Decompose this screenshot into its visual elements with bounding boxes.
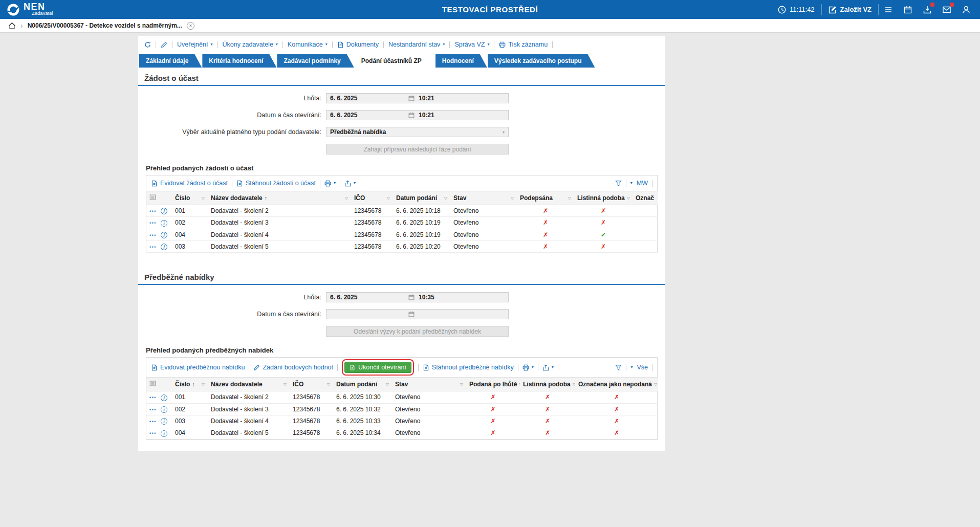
lhuta-datetime-field[interactable]: 6. 6. 2025 10:35 xyxy=(326,292,509,302)
column-header-listinna[interactable]: Listinná podoba▽ xyxy=(574,191,633,205)
print-button[interactable]: ▾ xyxy=(522,364,534,371)
home-icon[interactable] xyxy=(8,22,16,30)
messages-icon[interactable] xyxy=(937,0,956,19)
table-row[interactable]: •••i 001 Dodavatel - školení 2 12345678 … xyxy=(146,391,658,403)
view-dropdown-icon[interactable]: ▾ xyxy=(630,365,633,369)
calendar-icon[interactable] xyxy=(898,0,918,19)
row-menu-icon[interactable]: ••• xyxy=(149,245,157,250)
info-icon[interactable]: i xyxy=(161,394,167,401)
filter-icon[interactable] xyxy=(615,180,622,187)
table-row[interactable]: •••i 002 Dodavatel - školení 3 12345678 … xyxy=(146,403,658,415)
filter-chevron-icon[interactable]: ▽ xyxy=(386,382,389,387)
zadani-bodovych-hodnot-button[interactable]: Zadání bodových hodnot xyxy=(253,364,333,371)
stahnout-zadosti-button[interactable]: Stáhnout žádosti o účast xyxy=(236,180,316,187)
column-header-select[interactable] xyxy=(146,378,172,391)
column-header-ico[interactable]: IČO▽ xyxy=(290,378,333,391)
export-button[interactable]: ▾ xyxy=(542,364,554,371)
filter-chevron-icon[interactable]: ▽ xyxy=(202,382,205,387)
info-icon[interactable]: i xyxy=(161,430,167,437)
info-icon[interactable]: i xyxy=(161,208,167,214)
column-header-cislo[interactable]: Číslo↑▽ xyxy=(172,378,208,391)
info-icon[interactable]: i xyxy=(161,244,167,250)
column-header-nepodana[interactable]: Označena jako nepodaná▽ xyxy=(575,378,658,391)
ukoncit-otevirani-button[interactable]: Ukončit otevírání xyxy=(344,362,411,373)
column-header-stav[interactable]: Stav▽ xyxy=(450,191,517,205)
filter-chevron-icon[interactable]: ▽ xyxy=(284,382,287,387)
tab-zakladni-udaje[interactable]: Základní údaje xyxy=(139,54,202,68)
column-header-nazev[interactable]: Název dodavatele↑▽ xyxy=(208,191,351,205)
nen-logo[interactable]: NEN Zadavatel xyxy=(7,3,53,16)
column-header-cislo[interactable]: Číslo▽ xyxy=(172,191,208,205)
row-menu-icon[interactable]: ••• xyxy=(149,232,157,237)
table-row[interactable]: •••i 002 Dodavatel - školení 3 12345678 … xyxy=(146,217,658,229)
info-icon[interactable]: i xyxy=(161,220,167,227)
print-button[interactable]: ▾ xyxy=(324,180,336,187)
calendar-icon[interactable] xyxy=(408,95,415,101)
tab-kriteria-hodnoceni[interactable]: Kritéria hodnocení xyxy=(202,54,276,68)
zalozit-vz-button[interactable]: Založit VZ xyxy=(822,6,878,14)
column-header-podepsana[interactable]: Podepsána▽ xyxy=(517,191,574,205)
otevirani-datetime-field[interactable]: 6. 6. 2025 10:21 xyxy=(326,110,509,120)
table-row[interactable]: •••i 004 Dodavatel - školení 4 12345678 … xyxy=(146,229,658,240)
column-header-oznacena[interactable]: Označ xyxy=(633,191,658,205)
otevirani-datetime-field[interactable] xyxy=(326,309,509,319)
filter-chevron-icon[interactable]: ▽ xyxy=(511,196,514,201)
calendar-icon[interactable] xyxy=(408,112,415,118)
row-menu-icon[interactable]: ••• xyxy=(149,395,157,400)
table-row[interactable]: •••i 003 Dodavatel - školení 5 12345678 … xyxy=(146,240,658,252)
view-selector[interactable]: Vše xyxy=(637,364,648,371)
table-row[interactable]: •••i 004 Dodavatel - školení 5 12345678 … xyxy=(146,427,658,439)
table-row[interactable]: •••i 003 Dodavatel - školení 4 12345678 … xyxy=(146,415,658,427)
evidovat-nabidku-button[interactable]: Evidovat předběžnou nabídku xyxy=(151,364,245,371)
column-header-datum[interactable]: Datum podání▽ xyxy=(393,191,450,205)
row-menu-icon[interactable]: ••• xyxy=(149,431,157,436)
close-record-icon[interactable]: × xyxy=(187,22,194,30)
calendar-icon[interactable] xyxy=(408,294,415,300)
column-header-ico[interactable]: IČO▽ xyxy=(351,191,393,205)
filter-chevron-icon[interactable]: ▽ xyxy=(654,382,657,387)
menu-ukony-zadavatele[interactable]: Úkony zadavatele▾ xyxy=(222,41,277,48)
column-header-po-lhute[interactable]: Podaná po lhůtě▽ xyxy=(466,378,520,391)
info-icon[interactable]: i xyxy=(161,406,167,413)
table-row[interactable]: •••i 001 Dodavatel - školení 2 12345678 … xyxy=(146,205,658,217)
menu-dokumenty[interactable]: Dokumenty xyxy=(337,41,379,48)
column-header-stav[interactable]: Stav▽ xyxy=(392,378,466,391)
export-button[interactable]: ▾ xyxy=(344,180,356,187)
tisk-zaznamu-button[interactable]: Tisk záznamu xyxy=(499,41,548,48)
row-menu-icon[interactable]: ••• xyxy=(149,419,157,424)
filter-icon[interactable] xyxy=(615,364,622,371)
tab-zadavaci-podminky[interactable]: Zadávací podmínky xyxy=(277,54,354,68)
column-header-listinna[interactable]: Listinná podoba▽ xyxy=(520,378,575,391)
odeslani-vyzvy-button[interactable]: Odeslání výzvy k podání předběžných nabí… xyxy=(326,326,509,337)
filter-chevron-icon[interactable]: ▽ xyxy=(568,196,571,201)
view-dropdown-icon[interactable]: ▾ xyxy=(630,181,633,185)
column-header-datum[interactable]: Datum podání▽ xyxy=(333,378,392,391)
stahnout-nabidky-button[interactable]: Stáhnout předběžné nabídky xyxy=(423,364,514,371)
row-menu-icon[interactable]: ••• xyxy=(149,221,157,226)
downloads-icon[interactable] xyxy=(918,0,937,19)
tab-hodnoceni[interactable]: Hodnocení xyxy=(435,54,487,68)
breadcrumb-record[interactable]: N006/25/V00005367 - Detekce vozidel s na… xyxy=(28,22,182,29)
menu-nestandardni-stav[interactable]: Nestandardní stav▾ xyxy=(388,41,445,48)
row-menu-icon[interactable]: ••• xyxy=(149,209,157,214)
tab-podani-ucastniku-zp[interactable]: Podání účastníků ZP xyxy=(355,54,435,68)
column-header-nazev[interactable]: Název dodavatele▽ xyxy=(208,378,290,391)
menu-sprava-vz[interactable]: Správa VZ▾ xyxy=(454,41,489,48)
info-icon[interactable]: i xyxy=(161,418,167,425)
evidovat-zadost-button[interactable]: Evidovat žádost o účast xyxy=(151,180,228,187)
column-header-select[interactable] xyxy=(146,191,172,205)
typ-podani-select[interactable]: Předběžná nabídka ▾ xyxy=(326,127,509,137)
zahajit-pripravu-button[interactable]: Zahájit přípravu následující fáze podání xyxy=(326,144,509,155)
filter-chevron-icon[interactable]: ▽ xyxy=(327,382,330,387)
row-menu-icon[interactable]: ••• xyxy=(149,407,157,412)
info-icon[interactable]: i xyxy=(161,232,167,238)
edit-record-icon[interactable] xyxy=(161,41,167,48)
filter-chevron-icon[interactable]: ▽ xyxy=(627,196,630,201)
menu-uverejneni[interactable]: Uveřejnění▾ xyxy=(177,41,212,48)
filter-chevron-icon[interactable]: ▽ xyxy=(519,382,520,387)
menu-komunikace[interactable]: Komunikace▾ xyxy=(288,41,328,48)
refresh-icon[interactable] xyxy=(144,41,151,48)
filter-chevron-icon[interactable]: ▽ xyxy=(345,196,348,201)
filter-chevron-icon[interactable]: ▽ xyxy=(202,196,205,201)
filter-chevron-icon[interactable]: ▽ xyxy=(460,382,463,387)
